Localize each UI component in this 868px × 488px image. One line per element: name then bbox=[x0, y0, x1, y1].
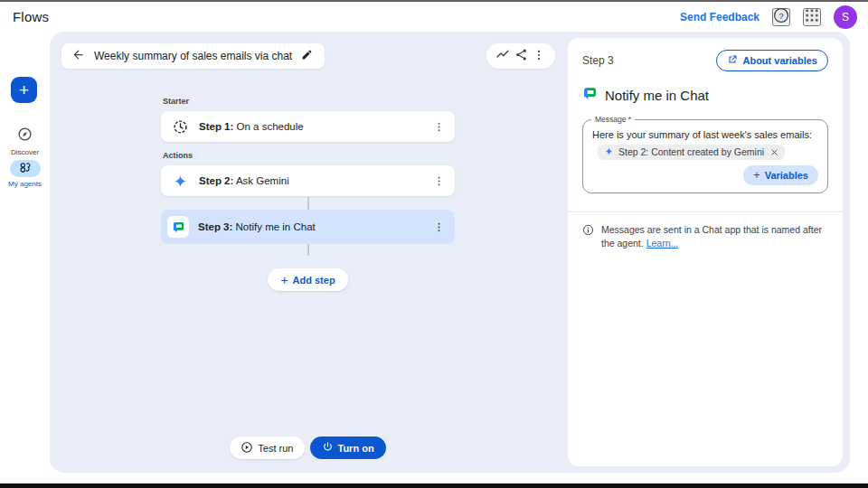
google-chat-icon bbox=[167, 216, 189, 238]
activity-button[interactable] bbox=[494, 47, 512, 65]
left-rail: + Discover My agents bbox=[0, 32, 50, 473]
step-card-3[interactable]: Step 3: Notify me in Chat bbox=[161, 210, 455, 244]
avatar[interactable]: S bbox=[834, 5, 857, 29]
test-run-button[interactable]: Test run bbox=[230, 436, 304, 459]
variable-chip-label: Step 2: Content created by Gemini bbox=[618, 146, 764, 157]
new-flow-button[interactable]: + bbox=[11, 77, 37, 103]
gemini-icon bbox=[604, 146, 614, 158]
agents-icon bbox=[18, 161, 33, 177]
google-chat-icon bbox=[582, 86, 598, 105]
flow-toolbar bbox=[486, 43, 555, 69]
step-card-1[interactable]: Step 1: On a schedule bbox=[161, 111, 455, 142]
variable-chip[interactable]: Step 2: Content created by Gemini bbox=[598, 145, 785, 160]
help-icon: ? bbox=[773, 7, 789, 26]
step-menu-button[interactable] bbox=[429, 172, 448, 190]
screen-bottom-edge bbox=[0, 483, 868, 488]
activity-icon bbox=[495, 48, 510, 65]
starter-section-label: Starter bbox=[163, 97, 455, 106]
svg-text:?: ? bbox=[778, 11, 784, 21]
flow-canvas: Weekly summary of sales emails via chat … bbox=[50, 32, 850, 473]
panel-title: Notify me in Chat bbox=[605, 88, 709, 103]
help-button[interactable]: ? bbox=[772, 8, 790, 26]
message-field-label: Message * bbox=[591, 115, 635, 124]
turn-on-button[interactable]: Turn on bbox=[310, 436, 386, 459]
topbar-right-cluster: Send Feedback ? S bbox=[680, 5, 857, 29]
topbar: Flows Send Feedback ? S bbox=[0, 2, 868, 32]
info-note: Messages are sent in a Chat app that is … bbox=[582, 223, 828, 249]
step-label: Step 3: Notify me in Chat bbox=[198, 221, 316, 232]
edit-title-button[interactable] bbox=[297, 47, 316, 65]
step-card-2[interactable]: Step 2: Ask Gemini bbox=[161, 165, 455, 196]
apps-grid-button[interactable] bbox=[803, 8, 821, 26]
panel-title-row: Notify me in Chat bbox=[582, 86, 828, 105]
flow-steps: Starter Step 1: On a schedule Actions St… bbox=[161, 97, 455, 291]
step-connector bbox=[307, 244, 309, 256]
gemini-icon bbox=[170, 171, 190, 191]
panel-header: Step 3 About variables bbox=[582, 50, 828, 71]
step-menu-button[interactable] bbox=[429, 218, 448, 236]
step-detail-panel: Step 3 About variables Notify me in Chat bbox=[568, 38, 843, 466]
apps-grid-icon bbox=[805, 8, 819, 25]
insert-variables-button[interactable]: + Variables bbox=[743, 165, 818, 185]
step-label: Step 1: On a schedule bbox=[199, 121, 304, 132]
plus-icon: + bbox=[280, 273, 288, 287]
screen-top-edge bbox=[0, 0, 868, 2]
send-feedback-link[interactable]: Send Feedback bbox=[680, 11, 760, 23]
panel-divider bbox=[568, 211, 843, 212]
panel-step-label: Step 3 bbox=[582, 54, 614, 67]
learn-more-link[interactable]: Learn... bbox=[646, 238, 679, 249]
run-bar: Test run Turn on bbox=[161, 436, 455, 459]
chip-remove-button[interactable] bbox=[770, 148, 778, 156]
step-label: Step 2: Ask Gemini bbox=[199, 175, 289, 186]
power-icon bbox=[322, 441, 334, 455]
app-title: Flows bbox=[13, 9, 49, 24]
clock-icon bbox=[170, 117, 190, 136]
pencil-icon bbox=[301, 49, 313, 63]
back-button[interactable] bbox=[67, 45, 89, 67]
add-step-button[interactable]: + Add step bbox=[268, 268, 347, 291]
actions-section-label: Actions bbox=[163, 151, 455, 160]
sidebar-item-my-agents[interactable]: My agents bbox=[0, 160, 50, 188]
step-menu-button[interactable] bbox=[429, 117, 448, 136]
sidebar-item-label: Discover bbox=[0, 148, 50, 156]
sidebar-item-discover[interactable]: Discover bbox=[0, 127, 50, 156]
my-agents-pill bbox=[10, 160, 41, 177]
message-text: Here is your summary of last week's sale… bbox=[592, 128, 818, 142]
info-text: Messages are sent in a Chat app that is … bbox=[601, 223, 828, 249]
discover-compass-icon bbox=[17, 127, 33, 142]
message-field[interactable]: Message * Here is your summary of last w… bbox=[582, 119, 828, 193]
flow-header: Weekly summary of sales emails via chat bbox=[61, 43, 325, 69]
share-icon bbox=[514, 48, 528, 64]
sidebar-item-label: My agents bbox=[0, 180, 50, 188]
open-in-new-icon bbox=[727, 54, 738, 67]
info-icon bbox=[582, 223, 594, 239]
share-button[interactable] bbox=[512, 47, 530, 65]
plus-icon: + bbox=[753, 168, 760, 182]
about-variables-button[interactable]: About variables bbox=[716, 50, 828, 71]
more-options-button[interactable] bbox=[530, 47, 548, 65]
back-arrow-icon bbox=[71, 48, 85, 64]
play-circle-icon bbox=[241, 441, 253, 455]
step-connector bbox=[307, 196, 309, 210]
kebab-menu-icon bbox=[533, 49, 545, 64]
flow-title: Weekly summary of sales emails via chat bbox=[94, 50, 292, 62]
